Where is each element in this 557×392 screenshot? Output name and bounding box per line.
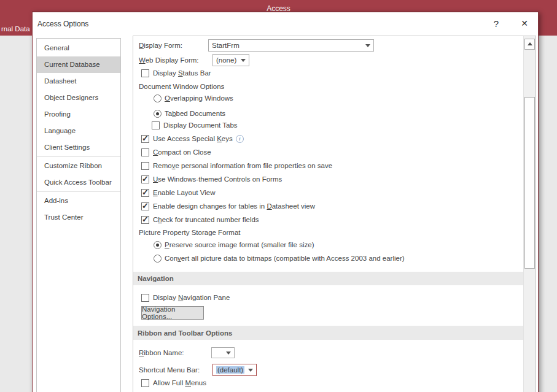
enable-design-changes-row: Enable design changes for tables in Data… [133, 202, 523, 210]
chevron-down-icon [248, 369, 253, 372]
remove-personal-info-checkbox[interactable] [141, 162, 149, 170]
tabbed-documents-row: Tabbed Documents [133, 109, 523, 118]
chevron-down-icon [365, 44, 370, 47]
allow-full-menus-row: Allow Full Menus [133, 379, 523, 387]
sidebar-item-language[interactable]: Language [37, 123, 120, 139]
shortcut-menu-bar-dropdown[interactable]: (default) [212, 364, 257, 376]
tabbed-documents-radio[interactable] [154, 110, 162, 118]
navigation-options-button[interactable]: Navigation Options... [141, 306, 204, 320]
sidebar-item-add-ins[interactable]: Add-ins [37, 193, 120, 209]
use-access-special-keys-row: Use Access Special Keys i [133, 134, 523, 143]
sidebar-list: GeneralCurrent DatabaseDatasheetObject D… [37, 40, 120, 226]
sidebar-item-client-settings[interactable]: Client Settings [37, 139, 120, 156]
allow-full-menus-checkbox[interactable] [141, 379, 149, 387]
use-windows-themed-row: Use Windows-themed Controls on Forms [133, 175, 523, 183]
display-status-bar-checkbox[interactable] [141, 69, 149, 77]
ribbon-name-row: Ribbon Name: [133, 347, 523, 359]
sidebar-item-proofing[interactable]: Proofing [37, 106, 120, 123]
navigation-section-header: Navigation [133, 272, 523, 285]
convert-bitmaps-radio[interactable] [154, 255, 162, 263]
compact-on-close-row: Compact on Close [133, 148, 523, 156]
enable-design-changes-label: Enable design changes for tables in Data… [153, 202, 315, 210]
display-form-dropdown[interactable]: StartFrm [208, 39, 374, 52]
sidebar-item-trust-center[interactable]: Trust Center [37, 209, 120, 226]
scroll-up-icon[interactable] [524, 39, 535, 50]
sidebar-item-current-database[interactable]: Current Database [37, 56, 120, 73]
chevron-down-icon [226, 352, 231, 355]
sidebar-item-object-designers[interactable]: Object Designers [37, 90, 120, 106]
sidebar: GeneralCurrent DatabaseDatasheetObject D… [36, 38, 121, 392]
display-navigation-pane-label: Display Navigation Pane [153, 294, 230, 301]
scrollbar-thumb[interactable] [524, 97, 535, 269]
web-display-form-label: Web Display Form: [133, 56, 199, 64]
display-navigation-pane-row: Display Navigation Pane [133, 293, 523, 302]
sidebar-item-quick-access-toolbar[interactable]: Quick Access Toolbar [37, 174, 120, 191]
info-icon[interactable]: i [236, 135, 244, 143]
enable-layout-view-row: Enable Layout View [133, 188, 523, 197]
sidebar-divider [37, 191, 120, 192]
dialog-title: Access Options [37, 20, 88, 28]
web-display-form-dropdown[interactable]: (none) [212, 54, 249, 66]
enable-layout-view-label: Enable Layout View [153, 189, 215, 196]
picture-property-storage-label: Picture Property Storage Format [133, 228, 523, 237]
enable-layout-view-checkbox[interactable] [141, 189, 149, 197]
remove-personal-info-row: Remove personal information from file pr… [133, 161, 523, 170]
sidebar-divider [37, 156, 120, 157]
close-icon[interactable]: ✕ [517, 16, 532, 31]
sidebar-item-general[interactable]: General [37, 40, 120, 56]
ribbon-name-label: Ribbon Name: [133, 349, 184, 356]
sidebar-item-customize-ribbon[interactable]: Customize Ribbon [37, 158, 120, 174]
display-navigation-pane-checkbox[interactable] [141, 294, 149, 302]
web-display-form-row: Web Display Form: [133, 54, 523, 66]
overlapping-windows-label: Overlapping Windows [165, 94, 233, 102]
ribbon-tab-external-data[interactable]: rnal Data [1, 25, 30, 33]
display-document-tabs-label: Display Document Tabs [163, 121, 238, 129]
convert-bitmaps-row: Convert all picture data to bitmaps (com… [133, 254, 523, 263]
overlapping-windows-radio[interactable] [154, 94, 162, 102]
display-status-bar-row: Display Status Bar [133, 69, 523, 77]
allow-full-menus-label: Allow Full Menus [153, 379, 206, 386]
use-windows-themed-checkbox[interactable] [141, 175, 149, 183]
overlapping-windows-row: Overlapping Windows [133, 94, 523, 102]
check-truncated-label: Check for truncated number fields [153, 216, 259, 223]
sidebar-item-datasheet[interactable]: Datasheet [37, 73, 120, 90]
display-document-tabs-row: Display Document Tabs [133, 121, 523, 129]
ribbon-toolbar-section-header: Ribbon and Toolbar Options [133, 326, 523, 340]
remove-personal-info-label: Remove personal information from file pr… [153, 162, 332, 169]
shortcut-menu-bar-row: Shortcut Menu Bar: [133, 364, 523, 376]
preserve-source-label: Preserve source image format (smaller fi… [165, 241, 314, 248]
display-status-bar-label: Display Status Bar [153, 69, 211, 77]
web-display-form-value: (none) [216, 56, 236, 64]
check-truncated-checkbox[interactable] [141, 216, 149, 224]
display-form-value: StartFrm [212, 42, 240, 49]
preserve-source-radio[interactable] [154, 241, 162, 249]
preserve-source-row: Preserve source image format (smaller fi… [133, 240, 523, 249]
compact-on-close-checkbox[interactable] [141, 148, 149, 156]
tabbed-documents-label: Tabbed Documents [165, 110, 225, 117]
compact-on-close-label: Compact on Close [153, 148, 211, 156]
chevron-down-icon [241, 59, 246, 62]
options-panel-content: Display Form: StartFrm Web Display Form:… [133, 36, 523, 392]
use-access-special-keys-label: Use Access Special Keys [153, 135, 233, 142]
shortcut-menu-bar-label: Shortcut Menu Bar: [133, 366, 200, 374]
check-truncated-row: Check for truncated number fields [133, 215, 523, 224]
shortcut-menu-bar-value: (default) [216, 366, 244, 374]
ribbon-name-dropdown[interactable] [211, 347, 235, 358]
screen: Access rnal Data Access Options ? ✕ Gene… [0, 0, 557, 392]
use-windows-themed-label: Use Windows-themed Controls on Forms [153, 175, 282, 183]
options-panel: Display Form: StartFrm Web Display Form:… [133, 36, 536, 392]
display-form-label: Display Form: [133, 42, 182, 49]
enable-design-changes-checkbox[interactable] [141, 202, 149, 210]
display-document-tabs-checkbox[interactable] [152, 121, 160, 129]
vertical-scrollbar[interactable] [523, 36, 536, 392]
convert-bitmaps-label: Convert all picture data to bitmaps (com… [165, 255, 405, 262]
help-icon[interactable]: ? [489, 16, 504, 31]
access-options-dialog: Access Options ? ✕ GeneralCurrent Databa… [32, 11, 539, 392]
document-window-options-label: Document Window Options [133, 82, 523, 91]
use-access-special-keys-checkbox[interactable] [141, 135, 149, 143]
